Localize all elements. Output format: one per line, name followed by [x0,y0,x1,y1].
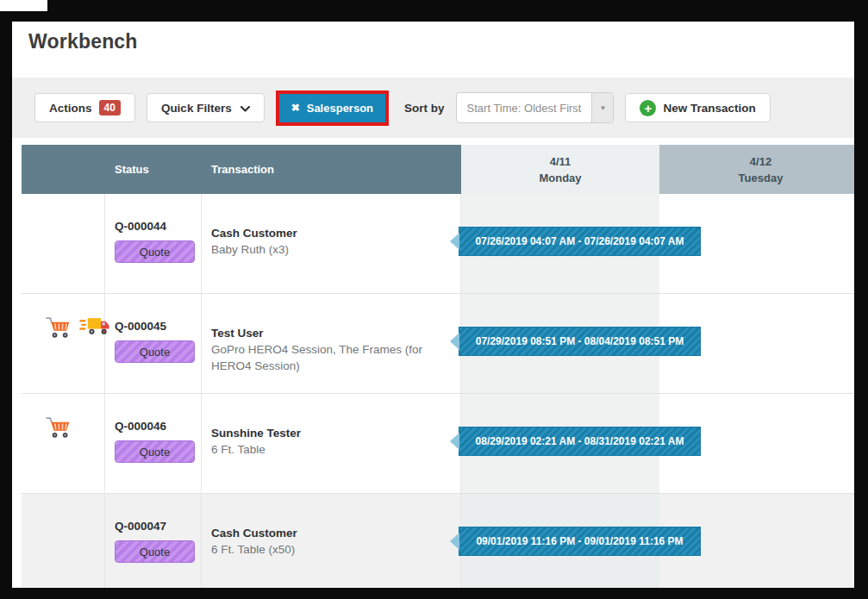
quick-filters-button[interactable]: Quick Filters [147,93,265,122]
page-title: Workbench [28,30,854,53]
day-date: 4/11 [550,153,571,170]
sort-by-label: Sort by [404,102,445,115]
sort-select-value: Start Time: Oldest First [457,102,592,115]
new-transaction-label: New Transaction [663,102,755,115]
table-header: Status Transaction 4/11 Monday 4/12 Tues… [22,145,854,194]
header-day-tuesday: 4/12 Tuesday [659,145,854,194]
header-icons-column [22,145,105,194]
transaction-id: Q-000045 [115,320,201,333]
schedule-bar[interactable]: 09/01/2019 11:16 PM - 09/01/2019 11:16 P… [459,527,701,556]
select-arrow-icon[interactable]: ▼ [591,93,613,122]
schedule-bar[interactable]: 07/26/2019 04:07 AM - 07/26/2019 04:07 A… [459,227,701,256]
row-transaction-cell: Test User GoPro HERO4 Session, The Frame… [202,294,461,393]
row-flag-icons [22,294,105,393]
header-day-monday: 4/11 Monday [461,145,659,194]
sort-select[interactable]: Start Time: Oldest First ▼ [456,92,615,123]
row-transaction-cell: Cash Customer 6 Ft. Table (x50) [202,494,461,588]
status-badge: Quote [115,540,195,563]
quick-filters-label: Quick Filters [161,102,232,115]
workbench-table: Status Transaction 4/11 Monday 4/12 Tues… [22,145,854,588]
header-status-column: Status [105,145,202,194]
x-icon[interactable]: ✖ [291,102,300,114]
workbench-page: Workbench Actions 40 Quick Filters ✖ Sal… [12,22,854,588]
status-badge: Quote [115,240,195,263]
schedule-bar[interactable]: 08/29/2019 02:21 AM - 08/31/2019 02:21 A… [459,427,701,456]
transaction-id: Q-000044 [115,220,201,233]
actions-label: Actions [49,102,92,115]
actions-count-badge: 40 [99,100,121,115]
day-date: 4/12 [750,153,771,170]
table-body: Q-000044 Quote Cash Customer Baby Ruth (… [22,194,854,588]
salesperson-filter-highlight: ✖ Salesperson [276,90,389,126]
transaction-items: Baby Ruth (x3) [211,241,447,258]
new-transaction-button[interactable]: + New Transaction [625,93,770,122]
transaction-id: Q-000047 [115,520,201,533]
customer-name: Cash Customer [211,225,447,241]
table-row[interactable]: Q-000045 Quote Test User GoPro HERO4 Ses… [22,294,854,394]
customer-name: Sunshine Tester [211,425,447,441]
table-row[interactable]: Q-000044 Quote Cash Customer Baby Ruth (… [22,194,854,294]
row-status-cell: Q-000047 Quote [105,494,202,588]
day-name: Tuesday [739,170,784,186]
row-flag-icons [22,194,105,293]
salesperson-filter-label: Salesperson [307,102,373,115]
row-status-cell: Q-000045 Quote [105,294,202,393]
cart-icon [45,415,72,442]
toolbar: Actions 40 Quick Filters ✖ Salesperson S… [12,78,854,138]
status-badge: Quote [115,340,195,363]
customer-name: Test User [211,325,447,341]
table-row[interactable]: Q-000046 Quote Sunshine Tester 6 Ft. Tab… [22,394,854,494]
table-row[interactable]: Q-000047 Quote Cash Customer 6 Ft. Table… [22,494,854,588]
day-name: Monday [539,170,581,186]
transaction-items: GoPro HERO4 Session, The Frames (for HER… [211,341,447,374]
row-status-cell: Q-000046 Quote [105,394,202,493]
row-transaction-cell: Sunshine Tester 6 Ft. Table [202,394,461,493]
row-transaction-cell: Cash Customer Baby Ruth (x3) [202,194,461,293]
salesperson-filter-chip[interactable]: ✖ Salesperson [279,94,385,122]
plus-icon: + [640,100,656,116]
row-status-cell: Q-000044 Quote [105,194,202,293]
row-flag-icons [22,394,105,493]
transaction-id: Q-000046 [115,420,201,433]
chevron-down-icon [240,102,250,115]
transaction-items: 6 Ft. Table (x50) [211,541,447,558]
status-badge: Quote [115,440,195,463]
screenshot-frame: Workbench Actions 40 Quick Filters ✖ Sal… [0,0,868,599]
customer-name: Cash Customer [211,525,447,541]
transaction-items: 6 Ft. Table [211,441,447,458]
header-transaction-column: Transaction [202,145,461,194]
actions-button[interactable]: Actions 40 [34,93,135,122]
schedule-bar[interactable]: 07/29/2019 08:51 PM - 08/04/2019 08:51 P… [459,327,701,356]
cart-icon [45,315,72,342]
frame-notch [0,0,47,11]
row-flag-icons [22,494,105,588]
